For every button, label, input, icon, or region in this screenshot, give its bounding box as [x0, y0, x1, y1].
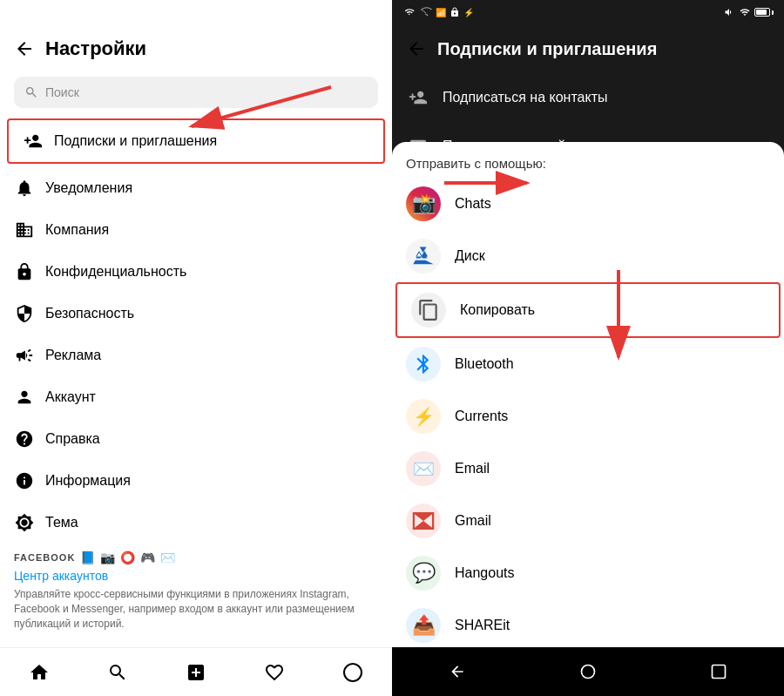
right-nav-back[interactable] [438, 652, 476, 691]
search-placeholder: Поиск [45, 85, 79, 99]
left-panel: Настройки Поиск Подписки и приглашения У… [0, 0, 392, 696]
left-bottom-nav [0, 647, 392, 696]
left-back-button[interactable] [7, 31, 42, 66]
right-nav-home[interactable] [569, 652, 607, 691]
share-item-email[interactable]: ✉️ Email [392, 443, 784, 495]
privacy-label: Конфиденциальность [45, 264, 186, 280]
subscriptions-label: Подписки и приглашения [54, 133, 217, 149]
person-add-icon [23, 131, 44, 152]
right-header: Подписки и приглашения [392, 24, 784, 73]
nav-heart[interactable] [255, 653, 294, 692]
facebook-section: FACEBOOK 📘 📷 ⭕ 🎮 ✉️ Центр аккаунтов Упра… [0, 544, 392, 638]
info-label: Информация [45, 473, 131, 489]
battery-icon [754, 8, 774, 17]
right-status-bar: 📶 ⚡ [392, 0, 784, 24]
center-accounts-link[interactable]: Центр аккаунтов [14, 569, 108, 583]
gmail-icon [406, 503, 441, 538]
facebook-description: Управляйте кросс-сервисными функциями в … [14, 587, 378, 631]
share-item-currents[interactable]: ⚡ Currents [392, 390, 784, 443]
share-item-hangouts[interactable]: 💬 Hangouts [392, 547, 784, 599]
right-panel: 📶 ⚡ Подписки и приглашения [392, 0, 784, 696]
nav-search[interactable] [98, 653, 137, 692]
gmail-label: Gmail [455, 513, 491, 529]
charging-icon: ⚡ [463, 8, 474, 17]
bluetooth-label: Bluetooth [455, 356, 514, 372]
settings-item-account[interactable]: Аккаунт [0, 376, 392, 418]
settings-item-company[interactable]: Компания [0, 209, 392, 251]
bluetooth-icon [406, 347, 441, 382]
notifications-label: Уведомления [45, 180, 132, 196]
company-label: Компания [45, 222, 109, 238]
lock-status-icon [449, 7, 460, 17]
status-left-icons: 📶 ⚡ [402, 7, 474, 17]
right-nav-square[interactable] [700, 652, 738, 691]
sim-icon: 📶 [436, 8, 446, 17]
copy-icon [411, 293, 446, 328]
svg-rect-2 [713, 666, 726, 679]
email-label: Email [455, 461, 490, 476]
nav-home[interactable] [20, 653, 58, 692]
svg-point-0 [344, 664, 362, 681]
chats-label: Chats [455, 196, 491, 212]
entries-section: Входы [0, 638, 392, 647]
share-item-gmail[interactable]: Gmail [392, 495, 784, 547]
sun-icon [14, 512, 35, 533]
building-icon [14, 220, 35, 240]
settings-item-ads[interactable]: Реклама [0, 334, 392, 376]
settings-list: Подписки и приглашения Уведомления Компа… [0, 115, 392, 647]
search-bar[interactable]: Поиск [14, 77, 378, 108]
person-add-outline-icon [406, 85, 430, 110]
shield-icon [14, 303, 35, 324]
share-item-bluetooth[interactable]: Bluetooth [392, 338, 784, 390]
share-item-shareit[interactable]: 📤 SHAREit [392, 599, 784, 647]
signal-icon [402, 7, 416, 17]
theme-label: Тема [45, 515, 78, 530]
shareit-icon: 📤 [406, 608, 441, 643]
settings-item-notifications[interactable]: Уведомления [0, 167, 392, 209]
subscribe-contacts-label: Подписаться на контакты [443, 90, 607, 105]
account-label: Аккаунт [45, 389, 96, 405]
security-label: Безопасность [45, 306, 134, 321]
settings-item-subscriptions[interactable]: Подписки и приглашения [7, 118, 385, 164]
question-icon [14, 429, 35, 449]
settings-item-privacy[interactable]: Конфиденциальность [0, 251, 392, 293]
copy-label: Копировать [460, 302, 535, 318]
menu-subscribe-contacts[interactable]: Подписаться на контакты [392, 73, 784, 122]
settings-item-info[interactable]: Информация [0, 460, 392, 502]
share-item-chats[interactable]: 📸 Chats [392, 178, 784, 230]
share-item-drive[interactable]: Диск [392, 230, 784, 282]
settings-item-help[interactable]: Справка [0, 418, 392, 460]
shareit-label: SHAREit [455, 618, 510, 633]
drive-label: Диск [455, 248, 485, 264]
wifi-icon [739, 7, 751, 17]
currents-label: Currents [455, 409, 508, 424]
nav-profile[interactable] [334, 653, 372, 692]
hangouts-label: Hangouts [455, 565, 515, 581]
volume-icon [723, 7, 735, 17]
right-page-title: Подписки и приглашения [437, 39, 657, 59]
bell-icon [14, 178, 35, 199]
share-item-copy[interactable]: Копировать [395, 282, 781, 338]
help-label: Справка [45, 431, 100, 447]
left-status-bar [0, 0, 392, 24]
left-header: Настройки [0, 24, 392, 73]
instagram-icon: 📸 [406, 186, 441, 221]
currents-icon: ⚡ [406, 399, 441, 434]
info-icon [14, 470, 35, 491]
settings-item-security[interactable]: Безопасность [0, 293, 392, 334]
status-right-icons [723, 7, 774, 17]
left-page-title: Настройки [45, 37, 146, 60]
lock-icon [14, 261, 35, 282]
nav-add[interactable] [177, 653, 215, 692]
share-sheet-title: Отправить с помощью: [392, 142, 784, 178]
settings-item-theme[interactable]: Тема [0, 502, 392, 544]
email-share-icon: ✉️ [406, 451, 441, 486]
right-bottom-nav [392, 647, 784, 696]
drive-icon [406, 239, 441, 274]
facebook-section-title: FACEBOOK [14, 552, 75, 563]
megaphone-icon [14, 345, 35, 366]
right-back-button[interactable] [399, 31, 434, 66]
hangouts-icon: 💬 [406, 556, 441, 591]
user-icon [14, 387, 35, 408]
wifi-off-icon [420, 7, 432, 17]
